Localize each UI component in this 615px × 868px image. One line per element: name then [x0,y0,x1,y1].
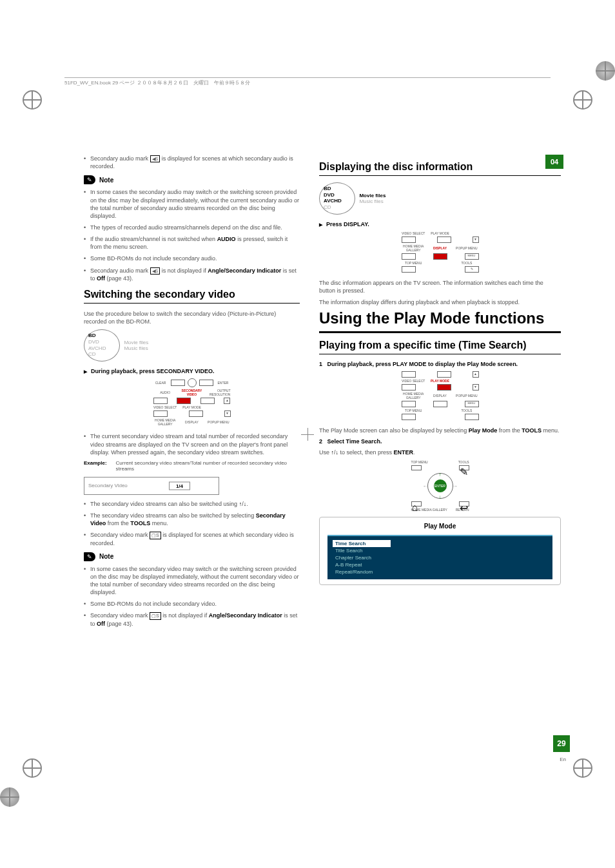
heading-time-search: Playing from a specific time (Time Searc… [319,340,561,351]
list-item: The types of recorded audio streams/chan… [84,224,300,231]
list-item: In some cases the secondary video may sw… [84,565,300,597]
remote-diagram: VIDEO SELECTPLAY MODE ▼ HOME MEDIAGALLER… [402,231,479,273]
list-item: Secondary audio mark ◀S is displayed for… [84,155,300,170]
list-item: Some BD-ROMs do not include secondary vi… [84,600,300,608]
note-list: In some cases the secondary audio may sw… [84,188,300,282]
remote-diagram: ▲ VIDEO SELECTPLAY MODE ▼ HOME MEDIAGALL… [402,371,479,420]
secondary-video-label: Secondary Video [88,483,128,488]
file-types: Movie files Music files [124,340,148,351]
rule [319,175,561,176]
list-item: Secondary audio mark ◀S is not displayed… [84,267,300,282]
playmode-title: Play Mode [327,523,552,530]
left-arrow-icon: ← [423,483,428,489]
corner-mark [0,787,19,807]
note-header: ✎ Note [84,552,300,561]
example-row: Example: Current secondary video stream/… [84,460,300,472]
registration-mark [23,758,42,778]
list-item: Secondary video mark ▢S is displayed for… [84,531,300,546]
note-label: Note [99,177,113,184]
rule [319,354,561,354]
note-icon: ✎ [84,175,95,184]
intro-bullets: Secondary audio mark ◀S is displayed for… [84,155,300,170]
example-desc: Current secondary video stream/Total num… [116,460,300,472]
page-language: En [560,757,566,762]
enter-button: ENTER [434,479,447,492]
remote-diagram: CLEARENTER AUDIOSECONDARYVIDEOOUTPUTRESO… [153,378,231,426]
note2-list: In some cases the secondary video may sw… [84,565,300,628]
source-file-header: 51FD_WV_EN.book 29 ページ ２００８年８月２６日 火曜日 午前… [64,77,551,86]
right-column: 04 Displaying the disc information BD DV… [319,155,561,632]
corner-mark [596,61,615,81]
menu-item: Title Search [333,547,547,554]
example-label: Example: [84,460,107,472]
list-item: If the audio stream/channel is not switc… [84,235,300,251]
after-bullets: The secondary video streams can also be … [84,500,300,547]
secondary-video-box: Secondary Video 1/4 [84,477,219,495]
list-item: The secondary video streams can also be … [84,512,300,527]
step-playback: During playback, press SECONDARY VIDEO. [84,368,300,374]
menu-item: Chapter Search [333,554,547,561]
dpad-diagram: TOP MENU TOOLS ✎ ENTER ↑ ↓ ← → HOME MEDI… [411,460,469,512]
secondary-video-value: 1/4 [169,481,190,490]
page-number: 29 [553,735,570,752]
disc-info-text: The disc information appears on the TV s… [319,279,561,294]
registration-mark [573,90,592,110]
rule-heavy [319,331,561,333]
list-item: The secondary video streams can also be … [84,500,300,508]
content-area: Secondary audio mark ◀S is displayed for… [84,155,576,632]
disc-pill: BD DVD AVCHD CD [84,329,120,362]
list-item: Some BD-ROMs do not include secondary au… [84,255,300,262]
step-press-display: Press DISPLAY. [319,221,561,227]
list-item: The current secondary video stream and t… [84,432,300,456]
heading-displaying-disc-info: Displaying the disc information [319,161,561,173]
note-header: ✎ Note [84,175,300,184]
heading-using-play-mode: Using the Play Mode functions [319,310,561,327]
menu-item-selected: Time Search [333,540,391,547]
list-item: Secondary video mark ▢S is not displayed… [84,612,300,627]
playmode-panel: Play Mode Time Search Title Search Chapt… [319,517,561,585]
step-2: 2 Select Time Search. [319,438,561,445]
file-types: Movie files Music files [359,193,386,204]
header-text: 51FD_WV_EN.book 29 ページ ２００８年８月２６日 火曜日 午前… [64,80,250,86]
up-arrow-icon: ↑ [439,472,442,477]
audio-mark-icon: ◀S [150,267,161,275]
list-item: In some cases the secondary audio may sw… [84,188,300,220]
switch-description: Use the procedure below to switch the se… [84,310,300,325]
audio-mark-icon: ◀S [150,155,161,162]
left-column: Secondary audio mark ◀S is displayed for… [84,155,300,632]
registration-mark [23,90,42,110]
down-arrow-icon: ↓ [439,494,442,500]
playmode-menu: Time Search Title Search Chapter Search … [327,535,552,579]
current-video-bullet: The current secondary video stream and t… [84,432,300,456]
disc-pill: BD DVD AVCHD CD [319,182,355,215]
menu-item: A-B Repeat [333,561,547,568]
heading-switching-secondary-video: Switching the secondary video [84,289,300,300]
registration-mark [573,758,592,778]
rule [84,303,300,304]
after-remote-text: The Play Mode screen can also be display… [319,427,561,434]
right-arrow-icon: → [453,483,458,489]
menu-item: Repeat/Random [333,568,547,575]
disc-info-text: The information display differs during p… [319,298,561,306]
note-icon: ✎ [84,552,95,561]
disc-compatibility: BD DVD AVCHD CD Movie files Music files [84,329,300,362]
step-1: 1 During playback, press PLAY MODE to di… [319,361,561,367]
step-2-desc: Use ↑/↓ to select, then press ENTER. [319,448,561,456]
video-mark-icon: ▢S [150,612,161,619]
disc-compatibility: BD DVD AVCHD CD Movie files Music files [319,182,561,215]
video-mark-icon: ▢S [150,532,161,539]
chapter-tab: 04 [545,155,563,169]
note-label: Note [99,553,113,560]
